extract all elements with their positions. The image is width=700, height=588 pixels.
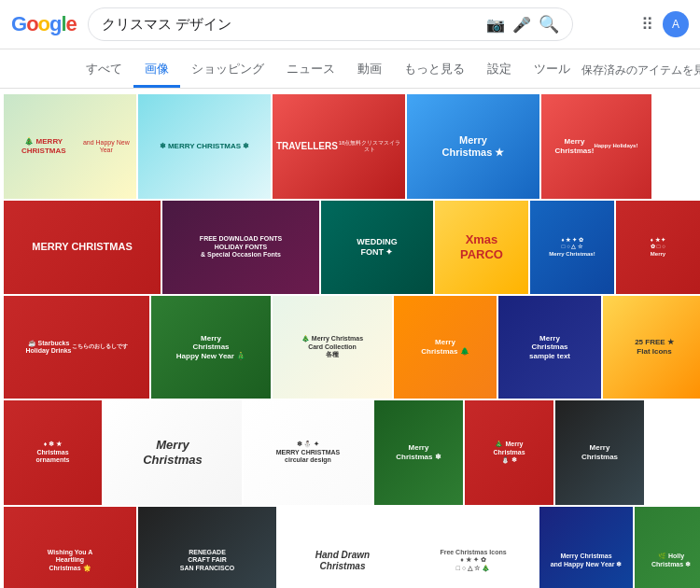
tab-news[interactable]: ニュース [275, 53, 346, 88]
image-cell[interactable]: 🎄 Merry ChristmasCard Collection各種 [273, 296, 392, 399]
image-cell[interactable]: WEDDINGFONT ✦ [321, 201, 433, 294]
image-cell[interactable]: TRAVELLERS18点無料クリスマスイラスト [273, 94, 405, 199]
image-cell[interactable]: MerryChristmas 🌲 [394, 296, 497, 399]
image-cell[interactable]: MerryChristmas [104, 400, 242, 505]
nav-right: 保存済みのアイテムを見る セーフサーチ ▾ [581, 63, 700, 78]
tab-shopping[interactable]: ショッピング [180, 53, 275, 88]
camera-icon[interactable]: 📷 [486, 16, 505, 34]
avatar[interactable]: A [663, 11, 689, 37]
image-cell[interactable]: Merry Christmasand Happy New Year ❄ [539, 507, 633, 588]
tab-images[interactable]: 画像 [133, 53, 180, 88]
image-cell[interactable]: 🎄 MerryChristmas⛄ ❄ [465, 400, 553, 505]
tab-settings[interactable]: 設定 [476, 53, 523, 88]
image-cell[interactable]: MerryChristmas ★ [407, 94, 539, 199]
image-row-2: MERRY CHRISTMAS FREE DOWNLOAD FONTSHOLID… [4, 201, 696, 294]
saved-items-link[interactable]: 保存済みのアイテムを見る [581, 63, 700, 78]
image-row-4: ♦ ❄ ★Christmasornaments MerryChristmas ❄… [4, 400, 696, 505]
nav-tabs: すべて 画像 ショッピング ニュース 動画 もっと見る 設定 ツール 保存済みの… [0, 49, 700, 89]
header-right: ⠿ A [641, 11, 689, 37]
image-row-1: 🎄 MERRY CHRISTMASand Happy New Year ❄ ME… [4, 94, 696, 199]
image-cell[interactable]: FREE DOWNLOAD FONTSHOLIDAY FONTS& Specia… [162, 201, 319, 294]
image-cell[interactable]: ♦ ★ ✦ ✿□ ○ △ ☆Merry Christmas! [530, 201, 614, 294]
image-cell[interactable]: MerryChristmasHappy New Year 🎄 [151, 296, 271, 399]
image-cell[interactable]: ❄ ⛄ ✦MERRY CHRISTMAScircular design [244, 400, 372, 505]
search-bar: 📷 🎤 🔍 [88, 7, 573, 41]
header: Google 📷 🎤 🔍 ⠿ A [0, 0, 700, 49]
mic-icon[interactable]: 🎤 [512, 16, 531, 34]
tab-videos[interactable]: 動画 [346, 53, 393, 88]
image-row-5: Wishing You AHeartlingChristmas 🌟 RENEGA… [4, 507, 696, 588]
image-cell[interactable]: Wishing You AHeartlingChristmas 🌟 [4, 507, 136, 588]
google-logo[interactable]: Google [11, 12, 77, 36]
image-cell[interactable]: MERRY CHRISTMAS [4, 201, 161, 294]
image-cell[interactable]: Hand DrawnChristmas [278, 507, 407, 588]
image-cell[interactable]: RENEGADECRAFT FAIRSAN FRANCISCO [138, 507, 276, 588]
tab-all[interactable]: すべて [75, 53, 133, 88]
image-cell[interactable]: 🎄 MERRY CHRISTMASand Happy New Year [4, 94, 136, 199]
tab-more[interactable]: もっと見る [393, 53, 476, 88]
apps-icon[interactable]: ⠿ [641, 14, 653, 35]
search-icon[interactable]: 🔍 [539, 14, 559, 35]
image-grid: 🎄 MERRY CHRISTMASand Happy New Year ❄ ME… [0, 89, 700, 588]
image-cell[interactable]: MerryChristmas!Happy Holidays! [541, 94, 651, 199]
image-cell[interactable]: 25 FREE ★Flat Icons [603, 296, 700, 399]
image-cell[interactable]: MerryChristmas [555, 400, 644, 505]
image-cell[interactable]: MerryChristmassample text [498, 296, 601, 399]
image-cell[interactable]: MerryChristmas ❄ [374, 400, 463, 505]
tab-tools[interactable]: ツール [523, 53, 581, 88]
image-cell[interactable]: ♦ ★ ✦✿ □ ○Merry [616, 201, 700, 294]
image-cell[interactable]: XmasPARCO [435, 201, 528, 294]
image-cell[interactable]: ♦ ❄ ★Christmasornaments [4, 400, 102, 505]
image-cell[interactable]: 🌿 HollyChristmas ❄ [635, 507, 700, 588]
image-cell[interactable]: ☕ StarbucksHoliday Drinksこちらのおしるしです [4, 296, 149, 399]
image-row-3: ☕ StarbucksHoliday Drinksこちらのおしるしです Merr… [4, 296, 696, 399]
image-cell[interactable]: Free Christmas Icons♦ ★ ✦ ✿□ ○ △ ☆ 🎄 [409, 507, 538, 588]
search-input[interactable] [102, 17, 479, 33]
image-cell[interactable]: ❄ MERRY CHRISTMAS ❄ [138, 94, 271, 199]
